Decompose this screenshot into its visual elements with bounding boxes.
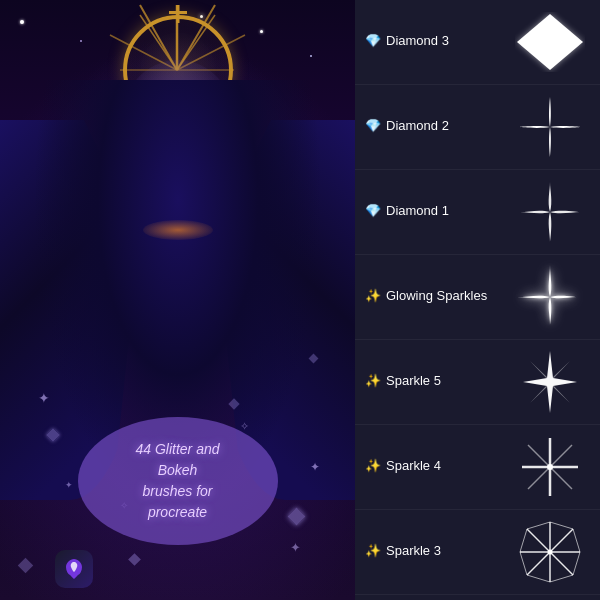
brush-name-glowing: Glowing Sparkles: [386, 288, 487, 303]
brush-name-diamond2: Diamond 2: [386, 118, 449, 133]
overlay-text: 44 Glitter and Bokeh brushes for procrea…: [98, 439, 258, 523]
overlay-line4: procreate: [148, 504, 207, 520]
text-overlay-bubble: 44 Glitter and Bokeh brushes for procrea…: [78, 417, 278, 545]
svg-line-23: [527, 575, 550, 582]
brush-item-sparkle4[interactable]: ✨ Sparkle 4: [355, 425, 600, 510]
brush-name-diamond1: Diamond 1: [386, 203, 449, 218]
brush-info-diamond1: 💎 Diamond 1: [365, 203, 510, 222]
overlay-line2: Bokeh: [158, 462, 198, 478]
brush-info-diamond2: 💎 Diamond 2: [365, 118, 510, 137]
main-container: ☽ ✦ ✧ ✦ ✧ ✦ ✦ 44 Glitter and Bokeh brush…: [0, 0, 600, 600]
svg-line-20: [573, 529, 580, 552]
right-panel[interactable]: 💎 Diamond 3 💎 Diamond 2: [355, 0, 600, 600]
diamond1-preview-svg: [518, 180, 583, 245]
brush-icon-sparkle4: ✨: [365, 458, 381, 473]
brush-label-diamond1: 💎 Diamond 1: [365, 203, 505, 218]
brush-icon-diamond1: 💎: [365, 203, 381, 218]
svg-line-22: [550, 575, 573, 582]
brush-info-sparkle5: ✨ Sparkle 5: [365, 373, 510, 392]
svg-line-25: [520, 529, 527, 552]
star-1: [20, 20, 24, 24]
svg-line-19: [550, 522, 573, 529]
brush-item-diamond2[interactable]: 💎 Diamond 2: [355, 85, 600, 170]
brush-preview-sparkle5: [510, 348, 590, 416]
brush-name-sparkle4: Sparkle 4: [386, 458, 441, 473]
scatter-sparkle-3: ✦: [310, 460, 320, 474]
brush-name-sparkle5: Sparkle 5: [386, 373, 441, 388]
scatter-sparkle-5: ✦: [290, 540, 301, 555]
svg-line-26: [527, 522, 550, 529]
diamond2-preview-svg: [518, 95, 583, 160]
brush-preview-glowing: [510, 263, 590, 331]
brush-info-sparkle4: ✨ Sparkle 4: [365, 458, 510, 477]
diamond3-preview-svg: [515, 12, 585, 72]
svg-line-24: [520, 552, 527, 575]
brush-info-glowing: ✨ Glowing Sparkles: [365, 288, 510, 307]
procreate-logo: [62, 557, 86, 581]
brush-item-diamond1[interactable]: 💎 Diamond 1: [355, 170, 600, 255]
glowing-preview-svg: [515, 263, 585, 331]
brush-name-diamond3: Diamond 3: [386, 33, 449, 48]
scatter-sparkle-1: ✦: [38, 390, 50, 406]
star-3: [200, 15, 203, 18]
halo-spike-cross: [169, 11, 187, 14]
procreate-icon: [55, 550, 93, 588]
necklace-glow: [143, 220, 213, 240]
brush-preview-sparkle3: [510, 518, 590, 586]
brush-item-sparkle3[interactable]: ✨ Sparkle 3: [355, 510, 600, 595]
brush-preview-diamond2: [510, 93, 590, 161]
brush-item-glowing[interactable]: ✨ Glowing Sparkles: [355, 255, 600, 340]
brush-label-sparkle3: ✨ Sparkle 3: [365, 543, 505, 558]
left-panel: ☽ ✦ ✧ ✦ ✧ ✦ ✦ 44 Glitter and Bokeh brush…: [0, 0, 355, 600]
brush-label-diamond3: 💎 Diamond 3: [365, 33, 505, 48]
overlay-line3: brushes for: [142, 483, 212, 499]
star-2: [80, 40, 82, 42]
brush-info-diamond3: 💎 Diamond 3: [365, 33, 510, 52]
brush-label-sparkle4: ✨ Sparkle 4: [365, 458, 505, 473]
brush-icon-sparkle5: ✨: [365, 373, 381, 388]
halo-spike-top: [176, 5, 179, 23]
brush-info-sparkle3: ✨ Sparkle 3: [365, 543, 510, 562]
overlay-line1: 44 Glitter and: [135, 441, 219, 457]
brush-label-glowing: ✨ Glowing Sparkles: [365, 288, 505, 303]
svg-line-21: [573, 552, 580, 575]
star-5: [260, 30, 263, 33]
svg-marker-9: [517, 14, 583, 70]
brush-icon-glowing: ✨: [365, 288, 381, 303]
scatter-sparkle-6: ✦: [65, 480, 73, 490]
brush-label-sparkle5: ✨ Sparkle 5: [365, 373, 505, 388]
brush-label-diamond2: 💎 Diamond 2: [365, 118, 505, 133]
brush-preview-diamond1: [510, 178, 590, 246]
brush-item-diamond3[interactable]: 💎 Diamond 3: [355, 0, 600, 85]
sparkle3-preview-svg: [515, 518, 585, 586]
brush-icon-diamond3: 💎: [365, 33, 381, 48]
brush-item-sparkle5[interactable]: ✨ Sparkle 5: [355, 340, 600, 425]
sparkle4-preview-svg: [515, 433, 585, 501]
brush-name-sparkle3: Sparkle 3: [386, 543, 441, 558]
brush-preview-sparkle4: [510, 433, 590, 501]
brush-preview-diamond3: [510, 8, 590, 76]
svg-point-14: [547, 464, 553, 470]
brush-icon-sparkle3: ✨: [365, 543, 381, 558]
sparkle5-preview-svg: [515, 348, 585, 416]
svg-point-27: [548, 550, 553, 555]
star-4: [310, 55, 312, 57]
brush-icon-diamond2: 💎: [365, 118, 381, 133]
